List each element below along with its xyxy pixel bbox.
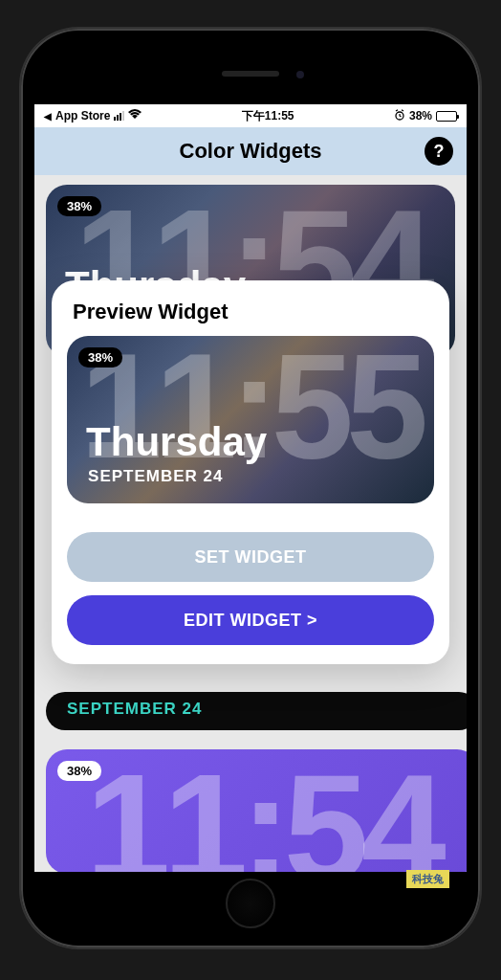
phone-notch-area [34, 42, 467, 104]
preview-battery-badge: 38% [78, 347, 122, 368]
help-icon: ? [434, 142, 445, 162]
wifi-icon [128, 109, 142, 122]
preview-date: SEPTEMBER 24 [88, 467, 223, 486]
status-bar: ◀ App Store 下午11:55 38% [34, 104, 467, 127]
app-title: Color Widgets [180, 139, 322, 164]
watermark: 科技兔 [406, 870, 449, 888]
phone-inner: ◀ App Store 下午11:55 38% [34, 42, 467, 934]
status-time: 下午11:55 [242, 108, 294, 124]
phone-frame: ◀ App Store 下午11:55 38% [21, 29, 480, 947]
back-arrow-icon[interactable]: ◀ [44, 111, 52, 122]
phone-chin [34, 872, 467, 934]
signal-icon [114, 111, 124, 121]
help-button[interactable]: ? [425, 137, 453, 166]
alarm-icon [394, 109, 405, 122]
battery-percent: 38% [409, 109, 432, 122]
modal-title: Preview Widget [67, 300, 434, 324]
battery-icon [436, 111, 457, 122]
preview-modal: Preview Widget 38% 11:55 Thursday SEPTEM… [52, 280, 449, 664]
preview-widget-card: 38% 11:55 Thursday SEPTEMBER 24 [67, 336, 434, 503]
edit-widget-button[interactable]: EDIT WIDGET > [67, 595, 434, 645]
modal-overlay: Preview Widget 38% 11:55 Thursday SEPTEM… [34, 175, 467, 872]
content-area: 38% 11:54 Thursday SEPTEMBER 24 38% 11:5… [34, 175, 467, 872]
back-app-label[interactable]: App Store [55, 109, 110, 122]
status-left: ◀ App Store [44, 109, 142, 122]
home-button[interactable] [226, 879, 275, 928]
preview-day: Thursday [86, 419, 267, 465]
set-widget-button[interactable]: SET WIDGET [67, 532, 434, 582]
front-camera [296, 71, 304, 78]
screen: ◀ App Store 下午11:55 38% [34, 104, 467, 872]
speaker-grille [222, 71, 279, 77]
app-header: Color Widgets ? [34, 127, 467, 175]
status-right: 38% [394, 109, 457, 122]
